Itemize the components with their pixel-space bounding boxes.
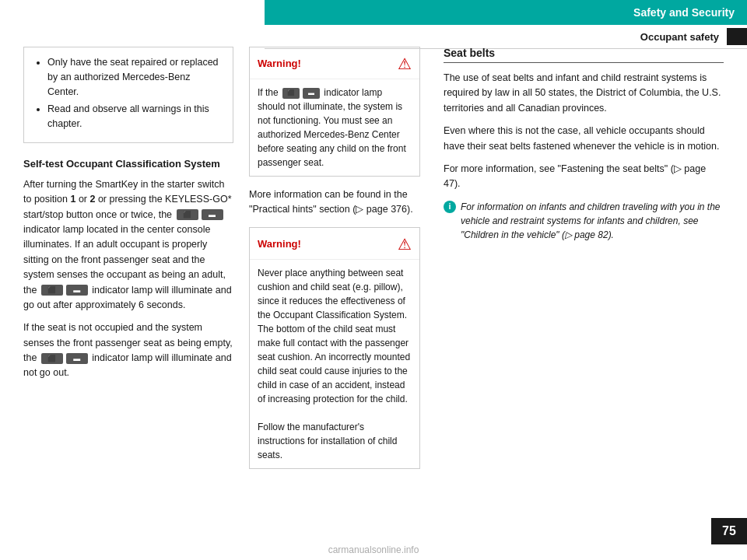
- bullet-item-1: Only have the seat repaired or replaced …: [47, 55, 222, 99]
- page-header: Safety and Security Occupant safety: [265, 0, 747, 49]
- seat-belts-para-1: The use of seat belts and infant and chi…: [444, 71, 724, 116]
- warning-1-body: If the ⬛▬ indicator lamp should not illu…: [250, 79, 419, 176]
- indicator-icon-3: ▬: [66, 353, 88, 364]
- right-column: Seat belts The use of seat belts and inf…: [436, 47, 724, 521]
- warning-1-title: Warning!: [258, 56, 301, 72]
- watermark: carmanualsonline.info: [328, 544, 419, 555]
- self-test-heading: Self-test Occupant Classification System: [23, 157, 233, 171]
- info-box: i For information on infants and childre…: [444, 200, 724, 242]
- warning-1-triangle-icon: ⚠: [398, 52, 412, 75]
- warning-2-triangle-icon: ⚠: [398, 233, 412, 256]
- warning-box-1: Warning! ⚠ If the ⬛▬ indicator lamp shou…: [249, 47, 420, 177]
- more-info-text: More information can be found in the "Pr…: [249, 187, 420, 218]
- occupant-icon-1: ⬛: [177, 209, 198, 220]
- position-2: 2: [89, 194, 95, 205]
- self-test-para-2: If the seat is not occupied and the syst…: [23, 320, 233, 381]
- section-title: Occupant safety: [640, 31, 727, 43]
- seat-belts-para-2: Even where this is not the case, all veh…: [444, 124, 724, 154]
- occupant-icon-2: ⬛: [41, 285, 63, 296]
- bullet-list: Only have the seat repaired or replaced …: [35, 55, 222, 131]
- bullet-list-box: Only have the seat repaired or replaced …: [23, 47, 233, 143]
- position-1: 1: [70, 194, 75, 205]
- section-title-accent: [727, 28, 747, 45]
- seat-belts-heading: Seat belts: [444, 47, 724, 63]
- warning-2-title: Warning!: [258, 236, 301, 252]
- indicator-icon-2: ▬: [66, 285, 88, 296]
- warning-box-2: Warning! ⚠ Never place anything between …: [249, 227, 420, 469]
- chapter-title: Safety and Security: [265, 0, 747, 25]
- section-title-bar: Occupant safety: [265, 25, 747, 49]
- warn1-indicator-icon: ▬: [303, 88, 320, 99]
- self-test-para-1: After turning the SmartKey in the starte…: [23, 177, 233, 313]
- warning-2-body: Never place anything between seat cushio…: [250, 260, 419, 468]
- warn1-occupant-icon: ⬛: [282, 88, 300, 99]
- indicator-icon-1: ▬: [202, 209, 223, 220]
- occupant-icon-3: ⬛: [41, 353, 63, 364]
- seat-belts-para-3: For more information, see "Fastening the…: [444, 162, 724, 192]
- warning-2-header: Warning! ⚠: [250, 228, 419, 260]
- bullet-item-2: Read and observe all warnings in this ch…: [47, 102, 222, 131]
- warning-1-header: Warning! ⚠: [250, 47, 419, 79]
- main-content: Only have the seat repaired or replaced …: [0, 47, 747, 521]
- middle-column: Warning! ⚠ If the ⬛▬ indicator lamp shou…: [249, 47, 436, 521]
- left-column: Only have the seat repaired or replaced …: [23, 47, 249, 521]
- info-box-text: For information on infants and children …: [461, 200, 724, 242]
- page-number: 75: [711, 518, 747, 544]
- info-circle-icon: i: [444, 201, 456, 213]
